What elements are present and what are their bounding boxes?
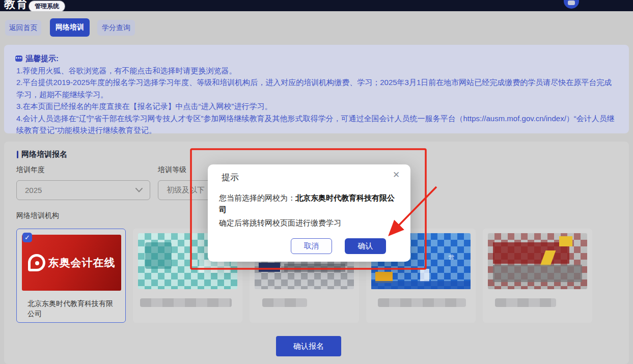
org-name: 北京东奥时代教育科技有限公司 [27,298,119,319]
notice-box: ••• 温馨提示: 1.荐使用火狐、谷歌浏览器，有不能点击和选择时请更换浏览器。… [4,45,629,133]
nav-online-training-tab[interactable]: 网络培训 [50,18,90,37]
message-dots-icon: ••• [15,55,22,62]
blurred-text [262,298,307,307]
notice-line-4: 4.会计人员选择在“辽宁省干部在线学习网专技人才专区”参加网络继续教育及其他形式… [15,113,619,136]
user-avatar-icon[interactable] [564,0,579,9]
blurred-text [495,298,556,307]
avatar-glyph [568,1,575,5]
notice-line-3: 3.在本页面已经报名的年度直接在【报名记录】中点击“进入网校”进行学习。 [15,100,619,113]
dialog-title: 提示 [222,172,239,183]
notice-line-1: 1.荐使用火狐、谷歌浏览器，有不能点击和选择时请更换浏览器。 [15,65,619,77]
org-card-dongao[interactable]: ✓ 东奥会计在线 北京东奥时代教育科技有限公司 [16,229,126,323]
dialog-message-prefix: 您当前选择的网校为： [219,193,295,202]
confirm-dialog: 提示 ✕ 您当前选择的网校为：北京东奥时代教育科技有限公司 确定后将跳转网校页面… [208,164,410,262]
system-badge: 管理系统 [29,1,65,11]
page: 教育 管理系统 返回首页 网络培训 学分查询 ••• 温馨提示: 1.荐使用火狐… [0,0,633,364]
chevron-down-icon [135,188,143,192]
section-title-bar [17,151,18,158]
close-icon[interactable]: ✕ [393,170,400,180]
training-year-select[interactable]: 2025 [16,180,150,200]
blurred-logo [488,233,587,289]
training-level-label: 培训等级 [158,165,186,175]
dialog-message: 您当前选择的网校为：北京东奥时代教育科技有限公司 确定后将跳转网校页面进行缴费学… [219,192,400,229]
nav-return-home-button[interactable]: 返回首页 [5,20,41,36]
dongao-d-icon [28,254,45,271]
org-logo-dongao: 东奥会计在线 [22,235,121,291]
checkbox-checked-icon[interactable]: ✓ [22,233,32,242]
nav-credit-query-button[interactable]: 学分查询 [97,20,135,36]
dialog-message-line2: 确定后将跳转网校页面进行缴费学习 [219,217,400,229]
confirm-registration-button[interactable]: 确认报名 [276,336,341,356]
org-card-redacted-5[interactable] [483,229,592,323]
cancel-button[interactable]: 取消 [291,238,332,254]
app-title: 教育 [4,0,29,11]
notice-title: 温馨提示: [25,52,59,65]
confirm-button[interactable]: 确认 [345,238,386,254]
blurred-text [140,298,232,307]
section-title: 网络培训报名 [17,150,67,159]
blurred-text [378,298,466,307]
notice-line-2: 2.平台提供2019-2025年度的报名学习选择学习年度、等级和培训机构后，进入… [15,76,619,100]
training-year-label: 培训年度 [16,165,45,175]
app-header: 教育 管理系统 [0,0,633,11]
training-org-label: 网络培训机构 [16,211,59,220]
